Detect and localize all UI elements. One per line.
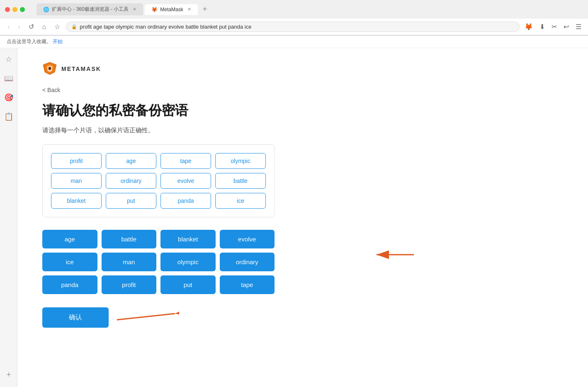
tab-favicon-2: 🦊: [151, 7, 158, 12]
history-icon[interactable]: ↩: [562, 21, 571, 32]
sidebar: ☆ 📖 🎯 📋 ＋ ◂: [0, 48, 17, 387]
word-chip-tape[interactable]: tape: [160, 153, 211, 169]
metamask-toolbar-icon[interactable]: 🦊: [523, 21, 535, 32]
back-link[interactable]: < Back: [42, 87, 60, 93]
maximize-button[interactable]: [20, 7, 25, 12]
page-subtitle: 请选择每一个片语，以确保片语正确性。: [42, 127, 563, 134]
title-bar: 🌐 扩展中心 - 360极速浏览器 - 小工具 ✕ 🦊 MetaMask ✕ +: [0, 0, 588, 19]
selection-btn-tape[interactable]: tape: [220, 275, 275, 294]
metamask-logo: [42, 61, 57, 76]
word-chip-ordinary[interactable]: ordinary: [106, 173, 156, 189]
svg-line-9: [117, 314, 175, 320]
toolbar-actions: 🦊 ⬇ ✂ ↩ ☰: [523, 21, 583, 32]
arrow-right-annotation: [372, 242, 422, 269]
arrow-left-annotation: [113, 309, 179, 332]
word-chip-blanket[interactable]: blanket: [51, 193, 102, 209]
home-button[interactable]: ⌂: [40, 22, 49, 32]
selection-btn-evolve[interactable]: evolve: [220, 230, 275, 248]
selection-grid: agebattleblanketevolveicemanolympicordin…: [42, 230, 275, 294]
browser-chrome: 🌐 扩展中心 - 360极速浏览器 - 小工具 ✕ 🦊 MetaMask ✕ +…: [0, 0, 588, 36]
page-title: 请确认您的私密备份密语: [42, 102, 563, 120]
sidebar-star-icon[interactable]: ☆: [4, 53, 14, 66]
back-nav-button[interactable]: ‹: [5, 22, 12, 32]
address-text: profit age tape olympic man ordinary evo…: [80, 24, 251, 30]
sidebar-target-icon[interactable]: 🎯: [2, 91, 15, 104]
tab-bar: 🌐 扩展中心 - 360极速浏览器 - 小工具 ✕ 🦊 MetaMask ✕ +: [32, 3, 215, 15]
selection-btn-panda[interactable]: panda: [42, 275, 97, 294]
selection-btn-blanket[interactable]: blanket: [160, 230, 216, 248]
confirm-section: 确认: [42, 307, 109, 328]
confirm-button[interactable]: 确认: [42, 307, 109, 328]
download-icon[interactable]: ⬇: [538, 21, 547, 32]
tab-favicon-1: 🌐: [43, 7, 49, 12]
word-chip-ice[interactable]: ice: [215, 193, 266, 209]
minimize-button[interactable]: [12, 7, 17, 12]
word-grid: profitagetapeolympicmanordinaryevolvebat…: [51, 153, 266, 209]
info-text: 点击这里导入收藏。: [7, 39, 51, 44]
sidebar-clipboard-icon[interactable]: 📋: [2, 110, 15, 123]
selection-btn-put[interactable]: put: [160, 275, 216, 294]
selection-section: agebattleblanketevolveicemanolympicordin…: [42, 230, 563, 307]
sidebar-add-icon[interactable]: ＋: [3, 368, 14, 381]
selection-btn-ordinary[interactable]: ordinary: [220, 253, 275, 271]
selection-btn-man[interactable]: man: [102, 253, 157, 271]
tab-close-2[interactable]: ✕: [187, 7, 191, 12]
selection-btn-battle[interactable]: battle: [102, 230, 157, 248]
main-content: METAMASK < Back 请确认您的私密备份密语 请选择每一个片语，以确保…: [17, 48, 588, 387]
browser-body: ☆ 📖 🎯 📋 ＋ ◂ METAMASK < Back 请确认您的私密备份密语: [0, 48, 588, 387]
info-bar: 点击这里导入收藏。 开始: [0, 36, 588, 48]
menu-icon[interactable]: ☰: [574, 21, 583, 32]
new-tab-button[interactable]: +: [199, 5, 211, 14]
refresh-button[interactable]: ↺: [26, 22, 36, 32]
word-chip-evolve[interactable]: evolve: [160, 173, 211, 189]
word-chip-battle[interactable]: battle: [215, 173, 266, 189]
word-chip-age[interactable]: age: [106, 153, 156, 169]
selection-btn-profit[interactable]: profit: [102, 275, 157, 294]
metamask-header: METAMASK: [42, 61, 563, 76]
word-grid-container: profitagetapeolympicmanordinaryevolvebat…: [42, 144, 275, 217]
metamask-brand-name: METAMASK: [61, 66, 101, 72]
address-bar[interactable]: 🔒 profit age tape olympic man ordinary e…: [66, 22, 520, 32]
close-button[interactable]: [5, 7, 10, 12]
tab-extensions[interactable]: 🌐 扩展中心 - 360极速浏览器 - 小工具 ✕: [36, 3, 143, 15]
selection-btn-ice[interactable]: ice: [42, 253, 97, 271]
window-controls: [5, 7, 25, 12]
star-button[interactable]: ☆: [52, 22, 63, 32]
svg-point-5: [49, 67, 51, 70]
tab-close-1[interactable]: ✕: [133, 7, 136, 12]
sidebar-book-icon[interactable]: 📖: [2, 72, 15, 85]
word-chip-put[interactable]: put: [106, 193, 156, 209]
selection-btn-age[interactable]: age: [42, 230, 97, 248]
lock-icon: 🔒: [71, 24, 77, 29]
browser-toolbar: ‹ › ↺ ⌂ ☆ 🔒 profit age tape olympic man …: [0, 19, 588, 35]
word-chip-profit[interactable]: profit: [51, 153, 102, 169]
selection-btn-olympic[interactable]: olympic: [160, 253, 216, 271]
word-chip-man[interactable]: man: [51, 173, 102, 189]
tab-title-2: MetaMask: [160, 7, 183, 12]
tab-metamask[interactable]: 🦊 MetaMask ✕: [145, 4, 197, 15]
scissors-icon[interactable]: ✂: [550, 21, 559, 32]
tab-title-1: 扩展中心 - 360极速浏览器 - 小工具: [52, 6, 129, 13]
forward-nav-button[interactable]: ›: [15, 22, 22, 32]
word-chip-olympic[interactable]: olympic: [215, 153, 266, 169]
sidebar-bottom: ＋ ◂: [3, 368, 14, 387]
word-chip-panda[interactable]: panda: [160, 193, 211, 209]
info-link[interactable]: 开始: [53, 39, 63, 44]
